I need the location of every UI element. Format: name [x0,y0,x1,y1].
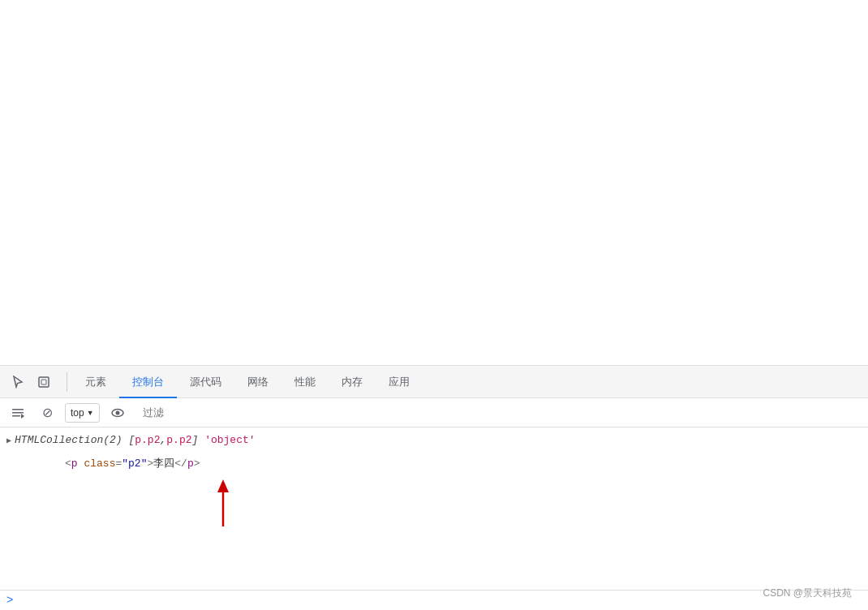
devtools-panel: 元素 控制台 源代码 网络 性能 内存 应用 ⊘ [0,365,868,610]
tab-console[interactable]: 控制台 [119,366,177,398]
tab-application[interactable]: 应用 [376,366,423,398]
eye-btn[interactable] [106,402,129,424]
tab-network[interactable]: 网络 [234,366,281,398]
console-line-p-tag: <p class="p2">李四</p> [0,451,868,478]
clear-icon [11,406,24,419]
top-white-area [0,0,868,365]
top-context-selector[interactable]: top ▼ [65,403,100,423]
tab-memory[interactable]: 内存 [329,366,376,398]
input-prompt: > [6,594,13,607]
p-p2-ref1: p.p2 [135,432,160,449]
svg-rect-3 [12,412,24,414]
tab-icon-group [6,371,55,393]
red-arrow-svg [211,478,235,535]
clear-console-btn[interactable] [6,402,29,424]
svg-marker-5 [21,414,24,419]
tab-bar: 元素 控制台 源代码 网络 性能 内存 应用 [0,366,868,398]
expand-arrow[interactable]: ▶ [6,432,11,448]
block-btn[interactable]: ⊘ [36,402,58,424]
svg-rect-1 [41,380,46,384]
svg-rect-0 [39,377,49,387]
svg-rect-4 [12,415,20,417]
watermark: CSDN @景天科技苑 [763,586,852,600]
tab-elements[interactable]: 元素 [72,366,119,398]
inspect-icon-btn[interactable] [32,371,55,393]
p-p2-ref2: p.p2 [166,432,191,449]
console-toolbar: ⊘ top ▼ [0,398,868,427]
cursor-icon-btn[interactable] [6,371,29,393]
eye-icon [111,406,124,419]
console-input-line[interactable]: > [0,590,868,610]
tab-performance[interactable]: 性能 [281,366,329,398]
arrow-annotation [211,478,868,535]
tab-sources[interactable]: 源代码 [177,366,234,398]
filter-input[interactable] [135,404,862,421]
console-output: ▶ HTMLCollection(2) [p.p2, p.p2] 'object… [0,427,868,590]
inspect-icon [37,376,50,389]
tab-divider-1 [67,372,67,392]
html-collection-label: HTMLCollection(2) [ [15,432,135,449]
chevron-down-icon: ▼ [87,409,94,417]
svg-marker-9 [217,479,229,492]
svg-rect-2 [12,409,24,410]
console-line-html-collection: ▶ HTMLCollection(2) [p.p2, p.p2] 'object… [0,431,868,451]
cursor-icon [11,376,24,389]
object-label: 'object' [204,432,255,449]
svg-point-7 [115,410,119,415]
